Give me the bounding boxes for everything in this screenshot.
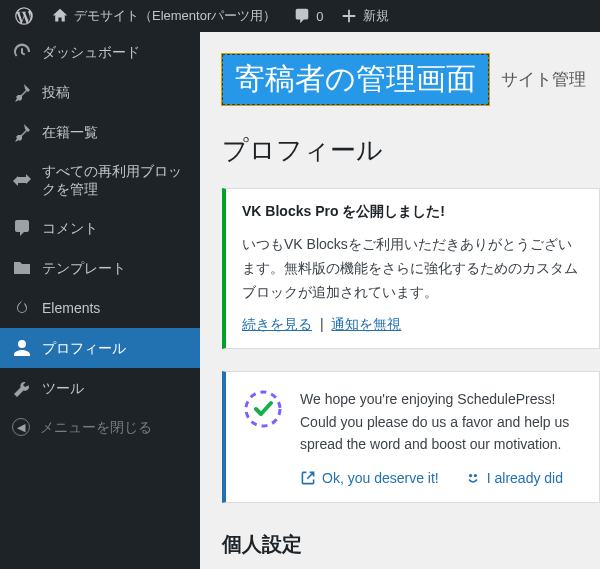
site-title-link[interactable]: デモサイト（Elementorパーツ用） bbox=[42, 0, 284, 32]
plus-icon bbox=[339, 6, 359, 26]
dashboard-icon bbox=[12, 42, 32, 62]
sidebar-item-label: ダッシュボード bbox=[42, 43, 140, 61]
new-label: 新規 bbox=[363, 7, 389, 25]
sidebar-item-label: ツール bbox=[42, 379, 84, 397]
notice-action-done[interactable]: I already did bbox=[465, 470, 563, 486]
sidebar-item-label: コメント bbox=[42, 219, 98, 237]
notice-link-more[interactable]: 続きを見る bbox=[242, 316, 312, 332]
schedulepress-logo-icon bbox=[242, 388, 284, 430]
separator: | bbox=[316, 316, 328, 332]
notice-action-done-label: I already did bbox=[487, 470, 563, 486]
external-link-icon bbox=[300, 470, 316, 486]
svg-point-1 bbox=[470, 474, 472, 476]
folder-icon bbox=[12, 258, 32, 278]
sidebar-item-tools[interactable]: ツール bbox=[0, 368, 200, 408]
sidebar-item-profile[interactable]: プロフィール bbox=[0, 328, 200, 368]
pin-icon bbox=[12, 82, 32, 102]
sidebar-item-label: すべての再利用ブロックを管理 bbox=[42, 162, 188, 198]
page-highlight-badge: 寄稿者の管理画面 bbox=[222, 54, 489, 105]
sidebar-item-templates[interactable]: テンプレート bbox=[0, 248, 200, 288]
flame-icon bbox=[12, 298, 32, 318]
sidebar-item-label: Elements bbox=[42, 299, 100, 317]
help-tab-label[interactable]: サイト管理 bbox=[501, 68, 586, 91]
sidebar-item-label: 在籍一覧 bbox=[42, 123, 98, 141]
comment-icon bbox=[12, 218, 32, 238]
user-icon bbox=[12, 338, 32, 358]
comments-link[interactable]: 0 bbox=[284, 0, 331, 32]
controls-repeat-icon bbox=[12, 170, 32, 190]
notice-action-ok-label: Ok, you deserve it! bbox=[322, 470, 439, 486]
sidebar-item-dashboard[interactable]: ダッシュボード bbox=[0, 32, 200, 72]
sidebar-item-comments[interactable]: コメント bbox=[0, 208, 200, 248]
wrench-icon bbox=[12, 378, 32, 398]
comments-count-label: 0 bbox=[316, 9, 323, 24]
sidebar-item-posts[interactable]: 投稿 bbox=[0, 72, 200, 112]
sidebar-item-label: プロフィール bbox=[42, 339, 126, 357]
comment-icon bbox=[292, 6, 312, 26]
site-title-label: デモサイト（Elementorパーツ用） bbox=[74, 7, 276, 25]
notice-body: We hope you're enjoying SchedulePress! C… bbox=[300, 388, 583, 455]
admin-sidebar: ダッシュボード 投稿 在籍一覧 すべての再利用ブロックを管理 コメント bbox=[0, 32, 200, 569]
notice-action-ok[interactable]: Ok, you deserve it! bbox=[300, 470, 439, 486]
vk-blocks-notice: VK Blocks Pro を公開しました! いつもVK Blocksをご利用い… bbox=[222, 188, 600, 349]
main-content: 寄稿者の管理画面 サイト管理 プロフィール VK Blocks Pro を公開し… bbox=[200, 32, 600, 569]
sidebar-item-label: 投稿 bbox=[42, 83, 70, 101]
schedulepress-notice: We hope you're enjoying SchedulePress! C… bbox=[222, 371, 600, 502]
smile-icon bbox=[465, 470, 481, 486]
sidebar-collapse[interactable]: ◀ メニューを閉じる bbox=[0, 408, 200, 446]
sidebar-collapse-label: メニューを閉じる bbox=[40, 418, 152, 436]
admin-bar: デモサイト（Elementorパーツ用） 0 新規 bbox=[0, 0, 600, 32]
notice-title: VK Blocks Pro を公開しました! bbox=[242, 203, 583, 221]
collapse-icon: ◀ bbox=[12, 418, 30, 436]
pin-icon bbox=[12, 122, 32, 142]
svg-point-2 bbox=[474, 474, 476, 476]
section-heading: 個人設定 bbox=[222, 531, 600, 558]
sidebar-item-label: テンプレート bbox=[42, 259, 126, 277]
wp-logo[interactable] bbox=[6, 0, 42, 32]
notice-link-dismiss[interactable]: 通知を無視 bbox=[331, 316, 401, 332]
notice-actions: 続きを見る | 通知を無視 bbox=[242, 316, 583, 334]
page-title: プロフィール bbox=[222, 133, 600, 168]
sidebar-item-elements[interactable]: Elements bbox=[0, 288, 200, 328]
new-content-link[interactable]: 新規 bbox=[331, 0, 397, 32]
sidebar-item-reusable-blocks[interactable]: すべての再利用ブロックを管理 bbox=[0, 152, 200, 208]
wordpress-logo-icon bbox=[14, 6, 34, 26]
notice-body: いつもVK Blocksをご利用いただきありがとうございます。無料版の機能をさら… bbox=[242, 233, 583, 304]
sidebar-item-enroll[interactable]: 在籍一覧 bbox=[0, 112, 200, 152]
home-icon bbox=[50, 6, 70, 26]
notice-actions: Ok, you deserve it! I already did bbox=[300, 470, 583, 486]
